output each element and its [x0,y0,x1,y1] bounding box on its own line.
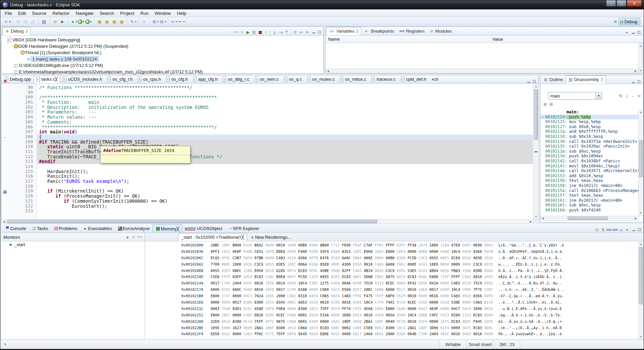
editor-tab-os-cpu-h[interactable]: cos_cpu.h [135,75,164,83]
hex-group[interactable]: 0000 [232,313,244,317]
tab-outline[interactable]: ≣Outline [541,75,566,84]
menu-item-run[interactable]: Run [137,10,152,16]
tab-variables[interactable]: (x)=Variables╳ [326,27,361,35]
editor-tab-debug-cpp[interactable]: cxDebug.cpp [2,75,34,83]
hex-group[interactable]: FFFF [222,275,233,279]
hex-group[interactable]: 2404 [364,332,375,336]
variables-vscrollbar[interactable]: ▲ ▼ [638,43,643,73]
hex-group[interactable]: 0CEC [386,281,397,285]
hex-group[interactable]: 07BB [254,256,265,260]
hex-group[interactable]: 6A0C [419,275,430,279]
code-line[interactable]: /* Functions ***************************… [37,85,533,90]
hex-group[interactable]: 0845 [375,269,386,273]
tab-eurosanalyse[interactable]: EurosAnalyse [115,224,152,233]
hex-group[interactable]: 6A0C [342,256,353,260]
terminate-button[interactable] [257,30,263,35]
close-icon[interactable]: ╳ [55,77,58,82]
hex-group[interactable]: 8300 [440,287,452,292]
hex-group[interactable]: 83FF [232,275,244,279]
hex-group[interactable]: 20EC [364,287,375,292]
hex-group[interactable]: 5D8B [364,275,375,279]
hex-group[interactable]: 0000 [309,243,320,247]
hex-group[interactable]: 8B10 [364,269,375,273]
hex-group[interactable]: 0000 [462,300,473,305]
hex-group[interactable]: E818 [440,300,452,305]
code-line[interactable] [37,208,533,213]
hex-group[interactable]: 0004 [287,307,298,311]
hex-group[interactable]: 83D1 [232,307,244,311]
memory-row[interactable]: 0x001022F4E850 042C 0000 C483 FF0C FC75 … [145,331,638,338]
hex-group[interactable]: 530C [265,275,277,279]
hex-group[interactable]: 0000 [451,326,462,330]
hex-group[interactable]: 0A74 [331,294,342,298]
hex-group[interactable]: 3A75 [440,319,452,324]
code-line[interactable]: if (ProcessManagerInit() == OK) [37,194,533,199]
memory-row[interactable]: 0x0010200028BC 10DF B000 E626 B892 0000 … [145,242,638,249]
hex-group[interactable]: C7F6 [375,300,386,305]
hex-group[interactable]: 4068 [397,281,408,285]
maximize-view-icon[interactable] [318,31,321,33]
hex-group[interactable]: 0017 [232,300,244,305]
hex-group[interactable]: 0000 [407,307,419,311]
hex-group[interactable]: 0268 [419,300,430,305]
code-line[interactable]: EurosStart(); [37,204,533,209]
chevron-down-icon[interactable]: ▼ [596,92,602,99]
hex-group[interactable]: ECE0 [451,256,462,260]
memory-row[interactable]: 0x001020D88955 83E5 08EC 158B E050 0010 … [145,268,638,274]
build-active-button[interactable]: ▣ [96,18,103,25]
hex-group[interactable]: C085 [309,281,320,285]
editor-tab-overflow[interactable]: »18 [429,75,441,83]
hex-group[interactable]: 0010 [320,300,331,305]
memory-vscrollbar[interactable]: ▲ ▼ [638,242,643,339]
hex-group[interactable]: 7401 [386,300,397,305]
variables-hscrollbar[interactable]: ◀▶ [325,69,638,73]
hex-group[interactable]: 1095 [484,275,495,279]
hex-group[interactable]: D2E8 [397,332,408,336]
hex-group[interactable]: 1889 [429,243,440,247]
hex-group[interactable]: 0000 [440,281,452,285]
hex-group[interactable]: 64F8 [309,294,320,298]
hex-group[interactable]: 0010 [407,294,419,298]
hex-group[interactable]: E589 [331,249,342,254]
hex-group[interactable]: 1096 [473,307,484,311]
tab-tasks[interactable]: ☑Tasks [29,224,51,233]
memory-row[interactable]: 0x00102252E800 1667 0000 C483 EB10 8395 … [145,312,638,319]
editor-tab-os-cfg-r-h[interactable]: cos_cfg_r.h [105,75,135,83]
hex-group[interactable]: E054 [353,313,364,317]
hex-group[interactable]: C9FC [429,313,440,317]
memory-row[interactable]: 0x001020A27700 B805 2000 0010 C3C9 8955 … [145,262,638,268]
editor-tab-os-dbg-r-c[interactable]: cos_dbg_r.c [220,75,252,83]
hex-group[interactable]: B000 [232,243,244,247]
hex-group[interactable]: 0000 [429,319,440,324]
dropdown-arrow-icon[interactable]: ▾ [9,20,10,23]
hex-group[interactable]: 10C4 [298,281,309,285]
step-over-button[interactable]: ⇢ [278,30,284,35]
hex-group[interactable]: DF28 [397,319,408,324]
hex-group[interactable]: FF38 [407,243,419,247]
memory-row[interactable]: 0x0010228832E8 0016 8300 0CC4 75FF 0FFC … [145,319,638,325]
editor-tab-tasks-c[interactable]: ctasks.c╳ [34,75,60,83]
hex-group[interactable]: 1095 [265,294,277,298]
hex-group[interactable]: 7024 [254,294,265,298]
tab-problems[interactable]: ⌧Problems [51,224,80,233]
hex-group[interactable]: 1095 [211,326,222,330]
hex-group[interactable]: C031 [254,249,265,254]
hex-group[interactable]: C483 [244,313,255,317]
hex-group[interactable]: 0000 [462,262,473,267]
memory-row[interactable]: 0x0010221C0003 7500 83D1 0CEC 458D 50F0 … [145,306,638,312]
build-all-button[interactable]: ▣ [103,18,111,25]
hex-group[interactable]: E80E [320,332,331,336]
hex-group[interactable]: EC83 [407,275,419,279]
column-name[interactable]: Name [325,36,490,43]
hex-group[interactable]: 3A75 [462,326,473,330]
hex-group[interactable]: FF74 [342,307,353,311]
hex-group[interactable]: C7AF [364,243,375,247]
hex-group[interactable]: 4E9F [429,307,440,311]
hex-group[interactable]: 04C7 [244,294,255,298]
hex-group[interactable]: E805 [484,281,495,285]
hex-group[interactable]: ECE8 [331,300,342,305]
debug-tree-item[interactable]: c VBOX [GDB Hardware Debugging] [4,37,323,43]
hex-group[interactable]: 8353 [342,249,353,254]
hex-group[interactable]: C483 [375,262,386,267]
view-menu-button[interactable]: ▾ [304,30,310,35]
